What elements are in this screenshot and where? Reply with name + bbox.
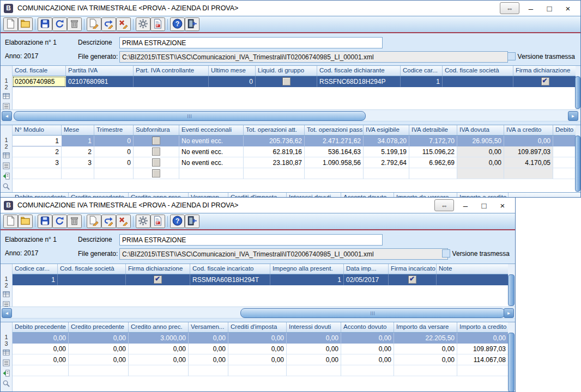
table-row[interactable]: 220No eventi ecc.62.819,16536.164,635.19… <box>13 146 576 157</box>
column-header[interactable]: IVA detraibile <box>409 125 457 135</box>
list-view-icon[interactable] <box>2 359 11 367</box>
cell[interactable] <box>13 168 62 179</box>
table-row[interactable] <box>13 365 508 376</box>
cell[interactable]: 0,00 <box>189 333 228 344</box>
list-view-icon[interactable] <box>2 162 11 170</box>
save-button[interactable] <box>38 215 52 228</box>
open-button[interactable] <box>18 215 33 228</box>
resize-button[interactable]: ⇔ <box>434 199 454 211</box>
column-header[interactable]: Mese <box>62 125 94 135</box>
grid-view-icon[interactable] <box>2 290 11 299</box>
scrollbar-thumb[interactable]: ||| <box>240 308 505 318</box>
cell[interactable] <box>305 168 364 179</box>
cell[interactable]: 0,00 <box>341 354 394 365</box>
cell[interactable]: 3.000,00 <box>129 333 189 344</box>
cell[interactable] <box>189 365 228 376</box>
column-header[interactable]: Importo a credito <box>457 322 508 332</box>
close-button[interactable]: × <box>493 199 512 212</box>
help-button[interactable]: ? <box>170 215 185 228</box>
cell[interactable]: 0,00 <box>69 333 129 344</box>
cell[interactable]: 0,00 <box>504 136 553 146</box>
insert-row-button[interactable] <box>87 17 101 31</box>
cell-checkbox[interactable] <box>134 168 179 179</box>
column-header[interactable]: Versamen... <box>189 322 228 332</box>
cell[interactable]: 114.067,08 <box>457 354 508 365</box>
cell[interactable]: 0,00 <box>394 344 457 354</box>
search-icon[interactable] <box>2 182 11 191</box>
column-header[interactable]: Part. IVA controllante <box>134 66 209 76</box>
cell[interactable]: 02/05/2017 <box>344 274 389 285</box>
column-header[interactable]: Codice car... <box>401 66 443 76</box>
vertical-scrollbar-thumb[interactable] <box>508 274 515 306</box>
column-header[interactable]: Acconto dovuto <box>341 322 394 332</box>
new-button[interactable] <box>3 17 18 31</box>
column-header[interactable]: Firma dichiarazione <box>513 66 576 76</box>
column-header[interactable]: Crediti d'imposta <box>228 322 287 332</box>
cell[interactable]: 0,00 <box>13 344 69 354</box>
cell[interactable]: 0 <box>94 157 134 168</box>
grid-view-icon[interactable] <box>2 151 11 160</box>
settings-button[interactable] <box>136 215 150 228</box>
cell[interactable] <box>553 136 576 146</box>
settings-button[interactable] <box>136 17 150 31</box>
cell[interactable]: 0 <box>94 136 134 146</box>
cell[interactable]: 3 <box>13 157 62 168</box>
column-header[interactable]: Debito precedente <box>13 322 69 332</box>
cell[interactable]: 109.897,03 <box>457 344 508 354</box>
column-header[interactable]: Importo da versare <box>394 322 457 332</box>
cell[interactable] <box>58 274 126 285</box>
column-header[interactable]: Partita IVA <box>66 66 134 76</box>
column-header[interactable]: Cod. fiscale incaricato <box>190 264 270 274</box>
table-row[interactable]: 0,000,003.000,000,000,000,000,0022.205,5… <box>13 333 508 344</box>
grid-view-icon[interactable] <box>2 348 11 357</box>
column-header[interactable]: Data imp... <box>344 264 389 274</box>
titlebar[interactable]: B COMUNICAZIONE IVA TRIMESTRALE <PROVA -… <box>1 1 580 16</box>
cell[interactable]: 205.736,62 <box>244 136 305 146</box>
cell[interactable]: 1.090.958,56 <box>305 157 364 168</box>
cell[interactable]: 2 <box>62 146 94 157</box>
cell-checkbox[interactable] <box>134 157 179 168</box>
exit-button[interactable] <box>185 215 199 228</box>
cell[interactable]: 22.205,50 <box>394 333 457 344</box>
cell[interactable] <box>228 365 287 376</box>
column-header[interactable]: Trimestre <box>94 125 134 135</box>
checkbox-unchecked-icon[interactable] <box>152 169 160 177</box>
cell[interactable]: 62.819,16 <box>244 146 305 157</box>
cell[interactable]: 109.897,03 <box>504 146 553 157</box>
column-header[interactable]: Firma incaricato <box>389 264 437 274</box>
delete-row-button[interactable] <box>116 17 131 31</box>
cell[interactable] <box>62 168 94 179</box>
cell[interactable]: No eventi ecc. <box>179 146 244 157</box>
cell[interactable] <box>553 146 576 157</box>
cell-checkbox[interactable] <box>134 146 179 157</box>
vertical-scrollbar-thumb[interactable] <box>508 333 515 392</box>
exit-button[interactable] <box>185 17 199 31</box>
descrizione-input[interactable] <box>119 234 383 246</box>
column-header[interactable]: IVA a credito <box>504 125 553 135</box>
column-header[interactable]: IVA dovuta <box>457 125 504 135</box>
column-header[interactable]: Credito precedente <box>69 322 129 332</box>
checkbox-checked-icon[interactable] <box>541 77 549 85</box>
minimize-button[interactable]: – <box>522 2 540 15</box>
vertical-scrollbar-thumb[interactable] <box>575 136 580 192</box>
cell[interactable]: 0,00 <box>189 354 228 365</box>
vertical-scrollbar-thumb[interactable] <box>575 76 580 109</box>
grid-view-icon[interactable] <box>2 92 11 101</box>
cell[interactable]: 0,00 <box>69 344 129 354</box>
table-row[interactable]: 02006740985021076809810RSSFNC68D18H294P1 <box>13 76 576 87</box>
cell[interactable] <box>13 365 69 376</box>
file-generato-input[interactable] <box>119 51 508 63</box>
scrollbar-thumb[interactable]: ||| <box>14 111 366 121</box>
cell[interactable]: 1 <box>13 274 58 285</box>
delete-button[interactable] <box>67 215 82 228</box>
cell[interactable] <box>457 365 508 376</box>
cell[interactable]: 02107680981 <box>66 76 134 87</box>
cell[interactable]: 23.180,87 <box>244 157 305 168</box>
table-row[interactable]: 330No eventi ecc.23.180,871.090.958,562.… <box>13 157 576 168</box>
cell[interactable] <box>394 365 457 376</box>
cell[interactable]: 0,00 <box>341 344 394 354</box>
cell[interactable] <box>364 168 409 179</box>
checkbox-unchecked-icon[interactable] <box>152 137 160 145</box>
delete-row-button[interactable] <box>116 215 131 228</box>
cell[interactable]: 0,00 <box>189 344 228 354</box>
